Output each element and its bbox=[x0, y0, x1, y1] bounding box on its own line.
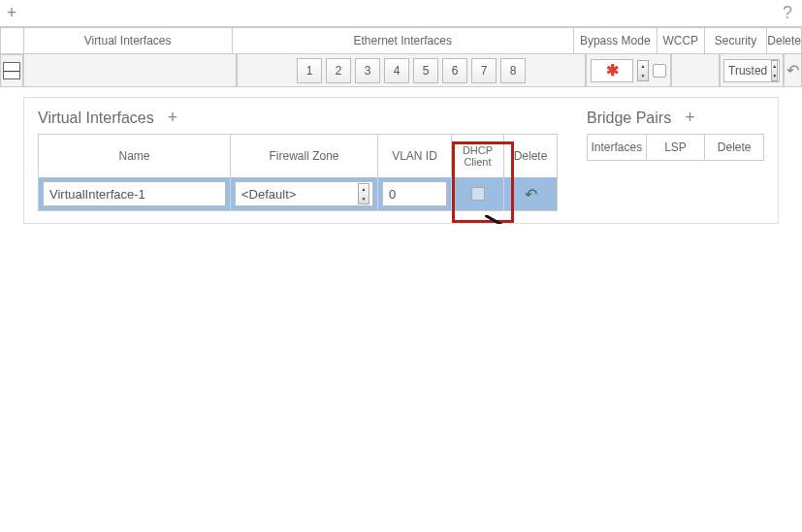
bypass-mode-select[interactable]: ✱ bbox=[591, 59, 633, 82]
asterisk-icon: ✱ bbox=[606, 61, 619, 79]
vi-col-delete: Delete bbox=[504, 135, 557, 177]
zone-stepper[interactable]: ▲▼ bbox=[358, 183, 369, 204]
add-icon[interactable]: + bbox=[0, 3, 23, 23]
columns-header: Virtual Interfaces Ethernet Interfaces B… bbox=[0, 27, 802, 54]
port-3[interactable]: 3 bbox=[355, 58, 380, 83]
header-security: Security bbox=[705, 28, 768, 53]
vi-col-dhcp: DHCP Client bbox=[452, 135, 504, 177]
port-5[interactable]: 5 bbox=[413, 58, 438, 83]
add-bridge-pair-icon[interactable]: + bbox=[685, 108, 695, 128]
vi-col-zone: Firewall Zone bbox=[231, 135, 378, 177]
port-4[interactable]: 4 bbox=[384, 58, 409, 83]
header-wccp: WCCP bbox=[658, 28, 705, 53]
port-7[interactable]: 7 bbox=[471, 58, 497, 83]
bridge-pairs-title: Bridge Pairs bbox=[587, 110, 671, 127]
vi-undo-icon[interactable]: ↶ bbox=[525, 185, 537, 203]
bp-col-interfaces: Interfaces bbox=[588, 135, 647, 160]
vi-col-name: Name bbox=[39, 135, 231, 177]
collapse-toggle[interactable]: — bbox=[0, 54, 23, 87]
header-ethernet-interfaces: Ethernet Interfaces bbox=[233, 28, 574, 53]
security-select[interactable]: Trusted ▲▼ bbox=[723, 59, 780, 82]
port-8[interactable]: 8 bbox=[500, 58, 526, 83]
ethernet-ports: 1 2 3 4 5 6 7 8 bbox=[237, 54, 586, 87]
vi-zone-select[interactable]: <Default> ▲▼ bbox=[235, 181, 373, 206]
port-6[interactable]: 6 bbox=[442, 58, 467, 83]
port-2[interactable]: 2 bbox=[326, 58, 351, 83]
minus-icon: — bbox=[3, 62, 20, 79]
header-delete: Delete bbox=[767, 28, 801, 53]
vi-vlan-input[interactable]: 0 bbox=[382, 181, 447, 206]
virtual-interfaces-title: Virtual Interfaces bbox=[38, 110, 154, 127]
bypass-stepper[interactable]: ▲▼ bbox=[637, 60, 649, 81]
help-icon[interactable]: ? bbox=[779, 3, 802, 23]
security-stepper[interactable]: ▲▼ bbox=[771, 60, 778, 81]
header-bypass-mode: Bypass Mode bbox=[574, 28, 658, 53]
vi-dhcp-checkbox[interactable] bbox=[471, 187, 485, 201]
vi-col-vlan: VLAN ID bbox=[378, 135, 452, 177]
bp-col-delete: Delete bbox=[705, 135, 763, 160]
bypass-checkbox[interactable] bbox=[653, 64, 666, 78]
undo-icon[interactable]: ↶ bbox=[786, 61, 799, 79]
bp-col-lsp: LSP bbox=[647, 135, 706, 160]
header-virtual-interfaces: Virtual Interfaces bbox=[24, 28, 233, 53]
vi-name-input[interactable]: VirtualInterface-1 bbox=[43, 181, 226, 206]
virtual-interface-row: VirtualInterface-1 <Default> ▲▼ 0 ↶ bbox=[39, 177, 557, 210]
port-1[interactable]: 1 bbox=[297, 58, 322, 83]
add-virtual-interface-icon[interactable]: + bbox=[168, 108, 178, 128]
security-value: Trusted bbox=[728, 64, 767, 78]
